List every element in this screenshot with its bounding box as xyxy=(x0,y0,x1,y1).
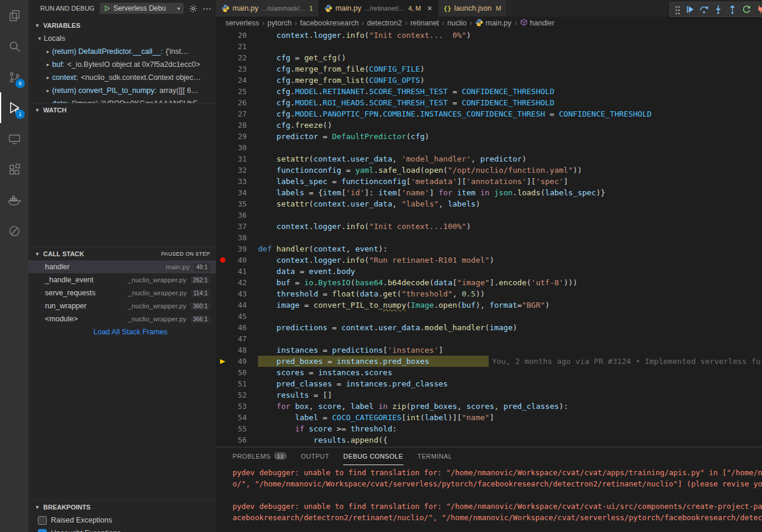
variables-scope-locals[interactable]: ▾Locals xyxy=(28,32,216,45)
gutter-glyph-margin[interactable] xyxy=(216,97,229,108)
variables-section-header[interactable]: ▾ VARIABLES xyxy=(28,19,216,32)
code-editor[interactable]: 20 context.logger.info("Init context... … xyxy=(216,30,762,447)
continue-button[interactable] xyxy=(685,5,695,14)
code-text: cfg.freeze() xyxy=(258,120,332,131)
gutter-glyph-margin[interactable] xyxy=(216,153,229,165)
breadcrumb-item[interactable]: pytorch xyxy=(267,19,292,27)
gutter-glyph-margin[interactable] xyxy=(216,75,229,86)
extensions-icon[interactable] xyxy=(0,154,28,185)
editor-tab[interactable]: main.py.../siammask/...1 xyxy=(216,0,319,17)
checkbox[interactable]: ✓ xyxy=(38,529,47,532)
breadcrumb-item[interactable]: nuclio xyxy=(447,19,467,27)
variable-row[interactable]: ▸(return) DefaultPredictor.__call__:{'in… xyxy=(28,45,216,58)
gutter-glyph-margin[interactable] xyxy=(216,52,229,63)
search-icon[interactable] xyxy=(0,31,28,62)
gutter-glyph-margin[interactable] xyxy=(216,142,229,153)
disconnect-button[interactable] xyxy=(756,5,762,14)
gutter-glyph-margin[interactable] xyxy=(216,389,229,401)
checkbox[interactable] xyxy=(38,516,47,525)
gutter-glyph-margin[interactable] xyxy=(216,165,229,176)
gutter-glyph-margin[interactable] xyxy=(216,209,229,221)
panel-tab-terminal[interactable]: TERMINAL xyxy=(418,447,453,465)
stack-frame-row[interactable]: run_wrapper_nuclio_wrapper.py360:1 xyxy=(28,299,216,312)
step-into-button[interactable] xyxy=(713,5,723,14)
call-stack-section-header[interactable]: ▾ CALL STACK PAUSED ON STEP xyxy=(28,247,216,260)
gutter-glyph-margin[interactable] xyxy=(216,131,229,142)
gutter-glyph-margin[interactable] xyxy=(216,412,229,423)
gutter-glyph-margin[interactable] xyxy=(216,41,229,52)
gutter-glyph-margin[interactable] xyxy=(216,243,229,254)
gutter-glyph-margin[interactable] xyxy=(216,311,229,322)
editor-tab[interactable]: main.py.../retinanet/...4, M× xyxy=(319,0,438,17)
launch-config-picker[interactable]: Serverless Debu ▾ xyxy=(99,2,184,14)
gutter-glyph-margin[interactable] xyxy=(216,232,229,243)
gutter-glyph-margin[interactable] xyxy=(216,30,229,41)
breadcrumb-item[interactable]: retinanet xyxy=(410,19,439,27)
stack-frame-row[interactable]: serve_requests_nuclio_wrapper.py114:1 xyxy=(28,286,216,299)
variable-row[interactable]: ▸data:{'image': 'iVBORw0KGgoAAAANSUhE… xyxy=(28,97,216,103)
gutter-glyph-margin[interactable] xyxy=(216,63,229,75)
gutter-glyph-margin[interactable] xyxy=(216,120,229,131)
problems-count-badge: 12 xyxy=(274,452,286,460)
stack-frame-row[interactable]: handlermain.py49:1 xyxy=(28,260,216,273)
stack-frame-row[interactable]: <module>_nuclio_wrapper.py366:1 xyxy=(28,312,216,325)
gear-icon[interactable] xyxy=(189,4,198,13)
gutter-glyph-margin[interactable] xyxy=(216,176,229,187)
code-text: for box, score, label in zip(pred_boxes,… xyxy=(258,401,568,412)
breadcrumb-item[interactable]: main.py xyxy=(475,18,512,28)
gutter-glyph-margin[interactable] xyxy=(216,254,229,266)
explorer-icon[interactable] xyxy=(0,0,28,31)
tab-description: .../retinanet/... xyxy=(364,5,404,12)
gutter-glyph-margin[interactable] xyxy=(216,288,229,299)
breadcrumb-item[interactable]: facebookresearch xyxy=(300,19,359,27)
variable-row[interactable]: ▸context:<nuclio_sdk.context.Context obj… xyxy=(28,71,216,84)
gutter-glyph-margin[interactable] xyxy=(216,401,229,412)
drag-grip[interactable] xyxy=(675,5,680,14)
breakpoint-row[interactable]: Raised Exceptions xyxy=(28,514,216,527)
gutter-glyph-margin[interactable] xyxy=(216,434,229,446)
gutter-glyph-margin[interactable] xyxy=(216,299,229,311)
gutter-glyph-margin[interactable] xyxy=(216,322,229,333)
source-control-icon[interactable]: 8 xyxy=(0,62,28,92)
editor-tab[interactable]: {}launch.jsonM xyxy=(438,0,508,17)
gutter-glyph-margin[interactable] xyxy=(216,344,229,356)
gutter-glyph-margin[interactable] xyxy=(216,367,229,378)
panel-tab-debug-console[interactable]: DEBUG CONSOLE xyxy=(343,447,403,465)
close-icon[interactable]: × xyxy=(427,4,432,12)
gutter-glyph-margin[interactable] xyxy=(216,356,229,367)
gutter-glyph-margin[interactable] xyxy=(216,266,229,277)
run-and-debug-icon[interactable]: 1 xyxy=(0,92,28,123)
more-actions-icon[interactable]: ⋯ xyxy=(202,4,211,13)
code-line: 25 cfg.MODEL.RETINANET.SCORE_THRESH_TEST… xyxy=(216,86,762,97)
breakpoints-section-header[interactable]: ▾ BREAKPOINTS xyxy=(28,501,216,514)
plugin-icon[interactable] xyxy=(0,215,28,246)
watch-section-header[interactable]: ▾ WATCH xyxy=(28,104,216,117)
stack-frame-row[interactable]: _handle_event_nuclio_wrapper.py262:1 xyxy=(28,273,216,286)
breadcrumb-item[interactable]: detectron2 xyxy=(367,19,402,27)
breadcrumb-item[interactable]: handler xyxy=(520,18,555,28)
gutter-glyph-margin[interactable] xyxy=(216,378,229,389)
gutter-glyph-margin[interactable] xyxy=(216,187,229,198)
panel-tab-problems[interactable]: PROBLEMS12 xyxy=(233,447,287,465)
gutter-glyph-margin[interactable] xyxy=(216,86,229,97)
panel-tab-output[interactable]: OUTPUT xyxy=(301,447,330,465)
gutter-glyph-margin[interactable] xyxy=(216,108,229,120)
remote-explorer-icon[interactable] xyxy=(0,123,28,154)
load-all-stack-frames-link[interactable]: Load All Stack Frames xyxy=(28,325,216,338)
gutter-glyph-margin[interactable] xyxy=(216,221,229,232)
restart-button[interactable] xyxy=(742,5,751,14)
breadcrumb-item[interactable]: serverless xyxy=(225,19,259,27)
gutter-glyph-margin[interactable] xyxy=(216,333,229,344)
gutter-glyph-margin[interactable] xyxy=(216,423,229,434)
gutter-glyph-margin[interactable] xyxy=(216,198,229,209)
step-out-button[interactable] xyxy=(728,5,737,14)
frame-file: _nuclio_wrapper.py xyxy=(123,276,186,283)
docker-icon[interactable] xyxy=(0,185,28,215)
start-debugging-icon[interactable] xyxy=(104,5,111,12)
variable-row[interactable]: ▸buf:<_io.BytesIO object at 0x7f5a2dc1ec… xyxy=(28,58,216,71)
gutter-spacer xyxy=(247,198,258,209)
gutter-glyph-margin[interactable] xyxy=(216,277,229,288)
breakpoint-row[interactable]: ✓Uncaught Exceptions xyxy=(28,527,216,532)
variable-row[interactable]: ▸(return) convert_PIL_to_numpy:array([[[… xyxy=(28,84,216,97)
step-over-button[interactable] xyxy=(699,5,709,14)
